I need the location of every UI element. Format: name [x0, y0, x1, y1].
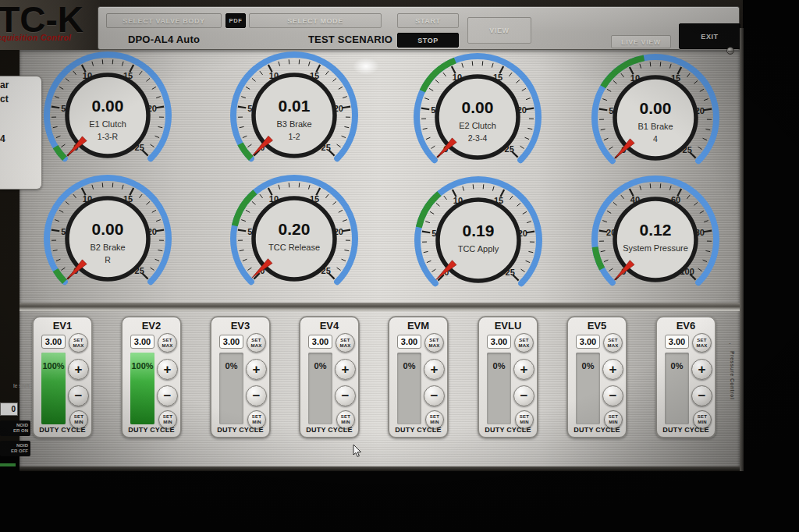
- ev-panel-ev2: EV23.00SETMAX100%+−SETMINDUTY CYCLE: [121, 316, 182, 438]
- set-max-label: SET: [519, 338, 528, 343]
- increment-button[interactable]: +: [68, 359, 89, 380]
- set-min-label: MIN: [430, 420, 439, 425]
- set-min-label: SET: [341, 414, 350, 420]
- plus-icon: +: [609, 363, 617, 376]
- set-max-button[interactable]: SETMAX: [69, 333, 88, 353]
- duty-cycle-value: 0%: [219, 361, 243, 371]
- set-max-label: MAX: [519, 343, 530, 349]
- ev-value-field[interactable]: 3.00: [130, 335, 154, 349]
- increment-button[interactable]: +: [513, 359, 534, 380]
- ev-channel-title: EV2: [123, 320, 180, 332]
- set-min-label: MIN: [520, 420, 529, 425]
- minus-icon: −: [253, 389, 261, 403]
- ev-panel-ev6: EV63.00SETMAX0%+−SETMINDUTY CYCLE: [655, 316, 716, 438]
- ev-panel-ev1: EV13.00SETMAX100%+−SETMINDUTY CYCLE: [32, 316, 93, 438]
- ev-value-field[interactable]: 3.00: [665, 335, 689, 349]
- ev-channel-title: EVLU: [479, 320, 537, 332]
- shift-caption: le shift: [0, 383, 30, 388]
- duty-cycle-label: DUTY CYCLE: [34, 426, 91, 434]
- duty-cycle-bar: 0%: [576, 353, 600, 424]
- ev-value-field[interactable]: 3.00: [219, 335, 243, 349]
- ev-channel-title: EV5: [568, 320, 626, 332]
- app-screen: HTC-K Acquisition Control SELECT VALVE B…: [0, 0, 743, 443]
- set-max-button[interactable]: SETMAX: [514, 333, 534, 353]
- duty-cycle-value: 0%: [397, 361, 421, 371]
- set-min-label: SET: [430, 414, 439, 420]
- set-max-button[interactable]: SETMAX: [336, 333, 355, 353]
- duty-cycle-label: DUTY CYCLE: [479, 426, 537, 434]
- ev-panel-ev4: EV43.00SETMAX0%+−SETMINDUTY CYCLE: [299, 316, 360, 438]
- duty-cycle-bar: 0%: [665, 353, 689, 424]
- screen-edge: [20, 466, 740, 471]
- increment-button[interactable]: +: [602, 359, 623, 380]
- set-max-button[interactable]: SETMAX: [603, 333, 623, 353]
- set-max-label: MAX: [697, 343, 708, 349]
- ev-channel-title: EVM: [389, 320, 447, 332]
- set-max-label: SET: [608, 338, 617, 343]
- plus-icon: +: [342, 363, 350, 376]
- ev-value-field[interactable]: 3.00: [576, 335, 600, 349]
- ev-value-field[interactable]: 3.00: [397, 335, 421, 349]
- screen-edge: [740, 28, 744, 471]
- set-max-label: MAX: [429, 343, 440, 349]
- decrement-button[interactable]: −: [602, 385, 623, 406]
- decrement-button[interactable]: −: [246, 385, 267, 406]
- shift-value-field[interactable]: 0: [0, 403, 18, 416]
- duty-cycle-label: DUTY CYCLE: [211, 426, 269, 434]
- set-max-label: SET: [73, 338, 83, 343]
- ev-channel-title: EV4: [300, 320, 358, 332]
- increment-button[interactable]: +: [157, 359, 178, 380]
- duty-cycle-bar: 100%: [41, 353, 66, 424]
- increment-button[interactable]: +: [335, 359, 356, 380]
- status-strip: [0, 463, 16, 466]
- decrement-button[interactable]: −: [157, 385, 178, 406]
- left-cutoff-panel: ar ct 4: [0, 76, 42, 190]
- ev-panel-ev5: EV53.00SETMAX0%+−SETMINDUTY CYCLE: [566, 316, 627, 438]
- set-max-label: SET: [162, 338, 172, 343]
- set-min-label: SET: [74, 414, 83, 420]
- decrement-button[interactable]: −: [513, 385, 534, 406]
- ev-value-field[interactable]: 3.00: [308, 335, 332, 349]
- increment-button[interactable]: +: [691, 359, 712, 380]
- photo-stage: HTC-K Acquisition Control SELECT VALVE B…: [0, 0, 799, 532]
- set-min-label: SET: [609, 414, 618, 420]
- set-min-label: MIN: [698, 420, 707, 425]
- set-max-button[interactable]: SETMAX: [247, 333, 266, 353]
- duty-cycle-bar: 0%: [308, 353, 332, 424]
- duty-cycle-value: 100%: [130, 361, 154, 371]
- ev-channel-title: EV3: [211, 320, 269, 332]
- set-max-label: MAX: [251, 343, 262, 349]
- chevron-down-icon: ˇ: [729, 342, 731, 349]
- solenoid-power-on-button[interactable]: NOID ER ON: [0, 420, 30, 436]
- set-max-button[interactable]: SETMAX: [424, 333, 444, 353]
- plus-icon: +: [253, 363, 261, 376]
- minus-icon: −: [609, 389, 617, 403]
- set-min-label: MIN: [163, 420, 172, 425]
- decrement-button[interactable]: −: [335, 385, 356, 406]
- solenoid-power-off-button[interactable]: NOID ER OFF: [0, 441, 30, 456]
- duty-cycle-bar: 0%: [219, 353, 243, 424]
- duty-cycle-bar: 0%: [397, 353, 421, 424]
- set-max-button[interactable]: SETMAX: [158, 333, 177, 353]
- increment-button[interactable]: +: [424, 359, 445, 380]
- decrement-button[interactable]: −: [691, 385, 712, 406]
- ev-value-field[interactable]: 3.00: [41, 335, 66, 349]
- ev-panel-evm: EVM3.00SETMAX0%+−SETMINDUTY CYCLE: [388, 316, 449, 438]
- ev-channel-title: EV1: [34, 320, 91, 332]
- duty-cycle-label: DUTY CYCLE: [123, 426, 180, 434]
- increment-button[interactable]: +: [246, 359, 267, 380]
- left-cutoff-controls: le shift 0 NOID ER ON NOID ER OFF: [0, 375, 34, 471]
- duty-cycle-label: DUTY CYCLE: [657, 426, 715, 434]
- pressure-control-tab[interactable]: ˇ Pressure Control: [726, 342, 739, 420]
- left-panel-line: ct: [0, 94, 9, 105]
- set-max-button[interactable]: SETMAX: [692, 333, 712, 353]
- set-max-label: MAX: [608, 343, 619, 349]
- ev-value-field[interactable]: 3.00: [487, 335, 511, 349]
- plus-icon: +: [520, 363, 528, 376]
- minus-icon: −: [75, 389, 83, 403]
- decrement-button[interactable]: −: [424, 385, 445, 406]
- set-min-label: SET: [252, 414, 261, 420]
- minus-icon: −: [698, 389, 706, 403]
- set-max-label: SET: [697, 338, 706, 343]
- decrement-button[interactable]: −: [68, 385, 89, 406]
